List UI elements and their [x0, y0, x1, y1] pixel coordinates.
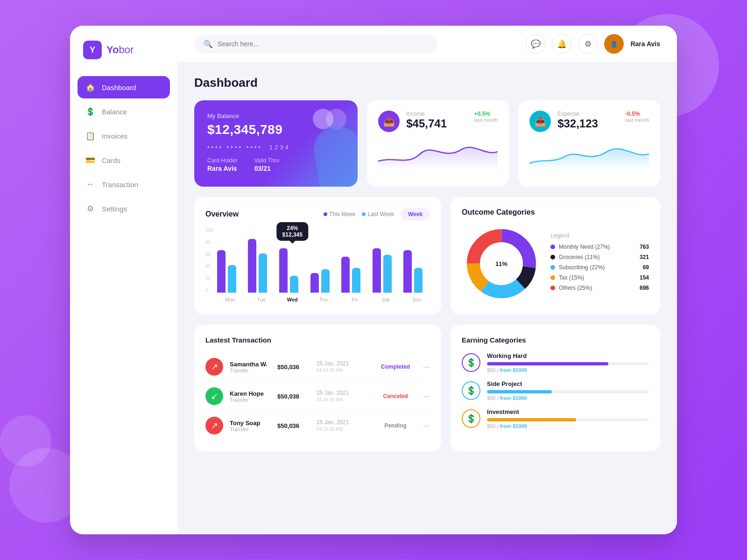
tx-amount: $50,036	[277, 364, 310, 371]
legend-value: 763	[640, 244, 649, 250]
dashboard-body: Dashboard My Balance $12,345,789 •••• ••…	[177, 63, 677, 534]
chart-tooltip: 24%$12,345	[277, 222, 308, 241]
bar-day-label: Tue	[248, 297, 275, 302]
legend-item: Subscribing (22%) 69	[550, 264, 649, 271]
earning-icon: 💲	[462, 381, 480, 400]
tx-status: Completed	[374, 364, 416, 370]
sidebar-item-label: Invoices	[102, 132, 127, 140]
bar-chart-area: 24%$12,345	[217, 228, 430, 293]
page-title: Dashboard	[194, 76, 660, 90]
earning-meta: $50 / from $1000	[487, 423, 649, 429]
legend-title: Legend	[550, 232, 649, 239]
legend-dots: This Week Last Week	[324, 211, 394, 217]
tx-avatar: ↗	[205, 358, 223, 376]
overview-title: Overview	[205, 210, 239, 218]
tx-type: Transfer	[230, 427, 271, 432]
bar-chart: 24%$12,345 MonTueWedThuFriSatSun	[217, 228, 430, 302]
avatar: 👤	[604, 34, 624, 54]
y-labels: 100806040200	[205, 228, 217, 293]
bottom-row: Lastest Transaction ↗ Samantha W. Transf…	[194, 325, 660, 451]
legend-value: 154	[640, 274, 649, 281]
earning-meta: $50 / from $1000	[487, 367, 649, 373]
income-chart	[378, 138, 498, 176]
search-input[interactable]	[218, 40, 428, 48]
tx-more-button[interactable]: ···	[423, 421, 430, 431]
sidebar-item-label: Transaction	[102, 181, 138, 189]
bar-day-label: Sun	[403, 297, 430, 302]
logo-text: Yobor	[106, 44, 134, 56]
expense-card: 📥 Expense $32,123 -0.5% last month	[518, 100, 660, 187]
sidebar-item-transaction[interactable]: ↔ Transaction	[78, 173, 170, 196]
tx-more-button[interactable]: ···	[423, 362, 430, 372]
legend-label: Monthly Need (27%)	[559, 244, 636, 250]
tx-status: Canceled	[374, 393, 416, 399]
tx-date: 25 Jan, 202104:34:45 AM	[317, 360, 368, 373]
search-box[interactable]: 🔍	[194, 35, 437, 53]
sidebar-item-settings[interactable]: ⚙ Settings	[78, 197, 170, 220]
earning-name: Working Hard	[487, 352, 649, 359]
outcome-title: Outcome Categories	[462, 208, 649, 217]
message-button[interactable]: 💬	[526, 34, 545, 54]
tx-type: Transfer	[230, 368, 271, 373]
bar-last-week	[321, 269, 330, 293]
earning-name: Investment	[487, 408, 649, 415]
earning-meta: $50 / from $1000	[487, 395, 649, 401]
income-info: Income $45,741	[406, 111, 467, 130]
bar-group	[310, 269, 337, 293]
tx-avatar: ↗	[205, 417, 223, 434]
sidebar-item-balance[interactable]: 💲 Balance	[78, 100, 170, 123]
income-label: Income	[406, 111, 467, 117]
legend-label: Others (25%)	[559, 285, 636, 291]
balance-card: My Balance $12,345,789 •••• •••• •••• 12…	[194, 100, 358, 187]
earning-card: Earning Categories 💲 Working Hard $50 / …	[451, 325, 660, 451]
sidebar-item-label: Cards	[102, 156, 120, 164]
bar-this-week	[373, 248, 381, 293]
legend-value: 321	[640, 254, 649, 260]
bar-group	[341, 257, 368, 293]
transactions-title: Lastest Transaction	[205, 336, 430, 344]
income-card: 📤 Income $45,741 +0.5% last month	[367, 100, 509, 187]
legend-label: Tax (15%)	[559, 274, 636, 281]
bar-last-week	[414, 268, 423, 293]
logo: Y Yobor	[70, 41, 177, 76]
bar-day-label: Wed	[279, 297, 306, 302]
overview-card: Overview This Week Last Week Week 100806…	[194, 197, 441, 315]
main-content: 🔍 💬 🔔 ⚙ 👤 Rara Avis	[177, 26, 677, 534]
legend-dot	[550, 286, 555, 290]
progress-bar-bg	[487, 418, 649, 421]
settings-button[interactable]: ⚙	[578, 34, 598, 54]
income-icon: 📤	[378, 111, 400, 132]
bar-last-week	[383, 255, 392, 293]
earning-info: Working Hard $50 / from $1000	[487, 352, 649, 373]
tx-name: Tony Soap	[230, 420, 271, 427]
bell-icon: 🔔	[557, 39, 567, 49]
tx-name: Karen Hope	[230, 390, 271, 397]
bar-group	[217, 250, 244, 293]
expense-change: -0.5%	[625, 111, 649, 117]
gear-icon: ⚙	[585, 39, 592, 49]
notification-button[interactable]: 🔔	[552, 34, 571, 54]
expense-amount: $32,123	[557, 117, 619, 130]
balance-label: My Balance	[207, 112, 345, 119]
earning-name: Side Project	[487, 380, 649, 387]
cards-icon: 💳	[85, 155, 95, 165]
tx-amount: $50,036	[277, 422, 310, 429]
tx-more-button[interactable]: ···	[423, 392, 430, 401]
sidebar-item-dashboard[interactable]: 🏠 Dashboard	[78, 76, 170, 98]
week-button[interactable]: Week	[401, 208, 430, 220]
home-icon: 🏠	[85, 82, 95, 92]
donut-tooltip: 11%	[487, 250, 515, 278]
transaction-icon: ↔	[85, 179, 95, 189]
sidebar-item-invoices[interactable]: 📋 Invoices	[78, 125, 170, 147]
sidebar-item-cards[interactable]: 💳 Cards	[78, 149, 170, 171]
tx-status: Pending	[374, 422, 416, 429]
bar-day-label: Sat	[373, 297, 399, 302]
legend-dot	[550, 275, 555, 280]
tx-date: 25 Jan, 202104:34:45 AM	[317, 390, 368, 403]
legend-label: Subscribing (22%)	[559, 264, 639, 271]
income-top: 📤 Income $45,741 +0.5% last month	[378, 111, 498, 132]
earning-title: Earning Categories	[462, 336, 649, 344]
legend-item: Others (25%) 696	[550, 285, 649, 291]
bar-day-label: Thu	[310, 297, 337, 302]
transaction-list: ↗ Samantha W. Transfer $50,036 25 Jan, 2…	[205, 352, 430, 440]
